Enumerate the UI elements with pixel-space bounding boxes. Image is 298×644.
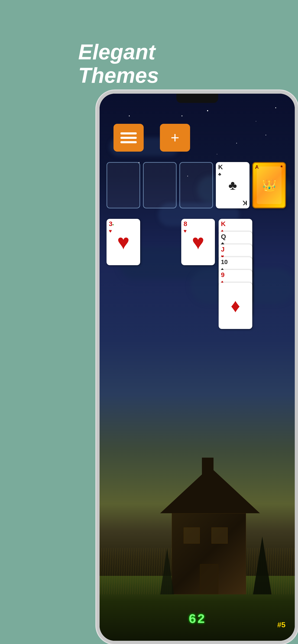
phone-mockup: + K♣ ♣ K A ★ [96,90,298,644]
theme-badge: #5 [277,620,285,629]
card-rank-bottom: K [242,199,247,206]
add-button[interactable]: + [160,124,190,152]
card-slot-2[interactable] [143,162,177,208]
jh-rank: J [221,246,225,253]
page-title: Elegant Themes [78,40,217,87]
face-card-center: 👑 [257,166,281,204]
house-body [172,513,246,594]
spacer [144,219,178,335]
eight-of-hearts-card[interactable]: 8 ♥ ♥ [181,219,215,265]
card-slot-3[interactable] [179,162,213,208]
three-of-hearts-card[interactable]: 3• ♥ ♥ [107,219,140,265]
phone-frame: + K♣ ♣ K A ★ [96,90,298,644]
menu-line-3 [120,141,137,143]
king-diamonds-column: K ♦ Q ♣ J ♥ 10 ♠ [219,219,252,335]
diamond-card-bottom[interactable]: ♦ [219,282,252,329]
ts-rank: 10 [221,259,228,265]
phone-notch [176,94,218,103]
tableau-row: 3• ♥ ♥ 8 ♥ ♥ K ♦ [107,219,295,335]
card-8h-center: ♥ [181,219,215,265]
menu-button[interactable] [114,124,144,152]
card-slot-1[interactable] [107,162,140,208]
card-rank-top: K♣ [218,164,223,177]
diamond-large: ♦ [219,282,252,329]
game-screen: + K♣ ♣ K A ★ [100,94,295,641]
nd-rank: 9 [221,272,225,278]
menu-line-1 [120,132,137,134]
qc-rank: Q [221,234,226,240]
house-roof [160,467,260,513]
house-silhouette [160,455,295,594]
kd-rank: K [221,221,226,227]
king-of-clubs-card[interactable]: K♣ ♣ K [216,162,249,208]
face-card[interactable]: A ★ 👑 [252,162,286,208]
menu-line-2 [120,137,137,139]
tree-2 [253,536,271,594]
score-display: 62 [188,612,206,627]
card-3h-center: ♥ [107,219,140,265]
foundation-row: K♣ ♣ K A ★ 👑 [107,162,295,208]
add-icon: + [171,129,179,146]
card-center-suit: ♣ [228,179,237,192]
